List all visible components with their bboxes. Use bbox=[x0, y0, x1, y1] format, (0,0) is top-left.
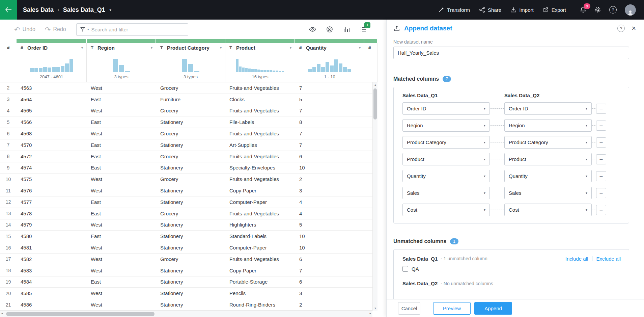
settings-button[interactable] bbox=[594, 6, 601, 13]
notifications-button[interactable]: 9 bbox=[580, 6, 586, 13]
redo-button[interactable]: ↷ Redo bbox=[45, 26, 66, 33]
qa-checkbox-label: QA bbox=[412, 266, 419, 272]
cancel-button[interactable]: Cancel bbox=[398, 302, 420, 315]
chevron-down-icon: ▾ bbox=[484, 107, 485, 110]
breadcrumb-current[interactable]: Sales Data_Q1 bbox=[63, 6, 105, 14]
remove-pair-button[interactable]: – bbox=[596, 205, 606, 215]
row-number: 4 bbox=[0, 108, 17, 113]
column-histogram-partial bbox=[364, 53, 377, 82]
table-cell: Fruits·and·Vegetables bbox=[225, 256, 295, 262]
scroll-up-arrow-icon[interactable]: ▴ bbox=[373, 83, 378, 86]
histogram-bar bbox=[270, 70, 272, 72]
remove-pair-button[interactable]: – bbox=[596, 121, 606, 131]
grid-toolbar: ↶ Undo ↷ Redo ▾ bbox=[0, 20, 386, 39]
right-column-select[interactable]: Order ID▾ bbox=[504, 102, 592, 115]
back-button[interactable] bbox=[0, 0, 17, 20]
left-column-select[interactable]: Cost▾ bbox=[402, 204, 490, 216]
scroll-left-arrow-icon[interactable]: ◂ bbox=[1, 312, 3, 315]
right-column-select[interactable]: Product▾ bbox=[504, 153, 592, 165]
right-column-select[interactable]: Product Category▾ bbox=[504, 136, 592, 149]
horizontal-scroll-thumb[interactable] bbox=[6, 312, 155, 316]
row-number: 5 bbox=[0, 120, 17, 125]
dataset-dropdown-caret-icon[interactable]: ▾ bbox=[110, 8, 111, 12]
left-column-select[interactable]: Region▾ bbox=[402, 119, 490, 132]
histogram-bar bbox=[69, 59, 73, 72]
dataset-name-input[interactable] bbox=[393, 47, 629, 59]
applied-steps-button[interactable]: 1 bbox=[360, 26, 367, 33]
remove-pair-button[interactable]: – bbox=[596, 104, 606, 114]
table-row: 164581WestStationeryComputer·Paper10 bbox=[0, 242, 377, 254]
table-cell: 3 bbox=[295, 290, 364, 296]
histogram-bar bbox=[317, 64, 320, 72]
column-header-order-id[interactable]: #Order ID▾ bbox=[17, 43, 87, 53]
right-column-select[interactable]: Quantity▾ bbox=[504, 170, 592, 182]
column-stats-button[interactable] bbox=[343, 26, 350, 33]
table-cell: 4 bbox=[295, 211, 364, 216]
column-header-region[interactable]: TRegion▾ bbox=[87, 43, 156, 53]
export-button[interactable]: Export bbox=[543, 7, 566, 13]
transform-button[interactable]: Transform bbox=[438, 7, 470, 13]
append-button[interactable]: Append bbox=[474, 302, 512, 315]
left-column-select[interactable]: Order ID▾ bbox=[402, 102, 490, 115]
right-dataset-name: Sales Data_Q2 bbox=[504, 93, 592, 98]
right-column-select[interactable]: Cost▾ bbox=[504, 204, 592, 216]
selected-value: Sales bbox=[509, 190, 522, 196]
matched-pair-row: Region▾Region▾– bbox=[402, 119, 629, 132]
column-header-product[interactable]: TProduct▾ bbox=[225, 43, 295, 53]
remove-pair-button[interactable]: – bbox=[596, 171, 606, 181]
column-summary: 1 - 10 bbox=[324, 74, 335, 79]
panel-body: New dataset name Matched columns 7 Sales… bbox=[387, 37, 644, 299]
scroll-down-arrow-icon[interactable]: ▾ bbox=[373, 307, 378, 310]
right-column-select[interactable]: Sales▾ bbox=[504, 187, 592, 199]
connector-dotted-line bbox=[490, 193, 504, 193]
preview-eye-button[interactable] bbox=[309, 27, 316, 32]
data-quality-button[interactable] bbox=[326, 26, 333, 33]
remove-pair-button[interactable]: – bbox=[596, 137, 606, 148]
table-cell: 7 bbox=[295, 108, 364, 113]
undo-button[interactable]: ↶ Undo bbox=[14, 26, 35, 33]
remove-pair-button[interactable]: – bbox=[596, 188, 606, 198]
vertical-scrollbar[interactable]: ▴ ▾ bbox=[372, 82, 377, 311]
selected-value: Quantity bbox=[407, 173, 426, 179]
column-header-quantity[interactable]: #Quantity▾ bbox=[295, 43, 364, 53]
import-button[interactable]: Import bbox=[510, 7, 534, 13]
column-header-product-category[interactable]: TProduct Category▾ bbox=[156, 43, 225, 53]
vertical-scroll-thumb[interactable] bbox=[373, 88, 377, 120]
left-column-select[interactable]: Product▾ bbox=[402, 153, 490, 165]
share-button[interactable]: Share bbox=[479, 7, 501, 13]
search-input[interactable] bbox=[91, 27, 184, 32]
row-number: 12 bbox=[0, 199, 17, 205]
preview-button[interactable]: Preview bbox=[433, 302, 471, 315]
exclude-all-link[interactable]: Exclude all bbox=[596, 256, 621, 262]
close-icon[interactable]: × bbox=[632, 25, 636, 32]
column-menu-caret-icon[interactable]: ▾ bbox=[81, 46, 83, 50]
table-cell: Stationery bbox=[156, 290, 225, 296]
histogram-bar bbox=[254, 69, 257, 72]
column-menu-caret-icon[interactable]: ▾ bbox=[359, 46, 361, 50]
column-menu-caret-icon[interactable]: ▾ bbox=[290, 46, 291, 50]
right-column-select[interactable]: Region▾ bbox=[504, 119, 592, 132]
left-column-select[interactable]: Quantity▾ bbox=[402, 170, 490, 182]
redo-label: Redo bbox=[53, 26, 66, 32]
panel-help-button[interactable]: ? bbox=[617, 25, 625, 32]
column-menu-caret-icon[interactable]: ▾ bbox=[151, 46, 152, 50]
include-all-link[interactable]: Include all bbox=[565, 256, 588, 262]
breadcrumb-root[interactable]: Sales Data bbox=[23, 6, 54, 14]
scroll-right-arrow-icon[interactable]: ▸ bbox=[369, 312, 371, 315]
horizontal-scrollbar[interactable]: ◂ ▸ bbox=[0, 311, 372, 317]
column-menu-caret-icon[interactable]: ▾ bbox=[220, 46, 222, 50]
left-column-select[interactable]: Product Category▾ bbox=[402, 136, 490, 149]
histogram-bar bbox=[263, 70, 266, 72]
table-cell: West bbox=[87, 302, 156, 308]
help-button[interactable]: ? bbox=[609, 6, 617, 14]
row-number: 20 bbox=[0, 291, 17, 296]
search-box[interactable]: ▾ bbox=[76, 23, 188, 36]
table-cell: 4579 bbox=[17, 222, 87, 228]
avatar[interactable] bbox=[625, 4, 636, 16]
histogram-bars bbox=[236, 57, 284, 72]
qa-checkbox[interactable] bbox=[402, 266, 408, 272]
left-column-select[interactable]: Sales▾ bbox=[402, 187, 490, 199]
remove-pair-button[interactable]: – bbox=[596, 154, 606, 164]
table-cell: 10 bbox=[295, 165, 364, 170]
table-cell: 4574 bbox=[17, 165, 87, 170]
